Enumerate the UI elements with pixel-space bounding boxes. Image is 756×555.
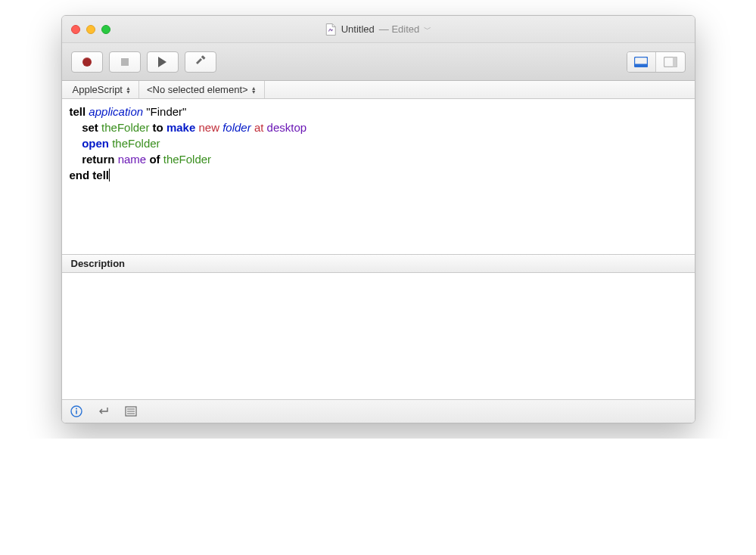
- code-token: application: [89, 105, 143, 118]
- code-token: theFolder: [112, 137, 160, 150]
- element-selector[interactable]: <No selected element> ▲▼: [139, 81, 265, 98]
- document-icon: [325, 23, 337, 36]
- titlebar: Untitled — Edited ﹀: [62, 16, 695, 43]
- view-mode-segmented: [627, 51, 686, 73]
- element-selector-label: <No selected element>: [147, 84, 248, 95]
- run-button[interactable]: [147, 51, 179, 73]
- window-title[interactable]: Untitled — Edited ﹀: [325, 23, 432, 36]
- toolbar: [62, 43, 695, 81]
- code-token: name: [118, 153, 147, 166]
- script-editor-window: Untitled — Edited ﹀: [61, 15, 695, 423]
- description-body[interactable]: [62, 273, 695, 400]
- document-name: Untitled: [341, 23, 375, 35]
- code-token: of: [149, 153, 160, 166]
- view-mode-editor-button[interactable]: [627, 52, 656, 72]
- hammer-icon: [194, 54, 207, 70]
- updown-icon: ▲▼: [126, 86, 131, 94]
- code-token: tell: [70, 105, 86, 118]
- svg-rect-0: [201, 55, 205, 60]
- description-header[interactable]: Description: [62, 255, 695, 273]
- list-icon[interactable]: [124, 405, 138, 418]
- editor-view-icon: [634, 57, 648, 67]
- info-icon[interactable]: [70, 405, 83, 418]
- language-selector[interactable]: AppleScript ▲▼: [62, 81, 139, 98]
- minimize-window-button[interactable]: [86, 25, 95, 34]
- code-token: end tell: [70, 169, 110, 181]
- svg-rect-7: [76, 411, 77, 414]
- svg-point-6: [76, 408, 77, 410]
- close-window-button[interactable]: [71, 25, 80, 34]
- code-token: return: [82, 153, 114, 166]
- text-cursor: [109, 169, 110, 181]
- record-icon: [82, 57, 92, 67]
- code-token: desktop: [267, 121, 307, 134]
- svg-rect-4: [673, 57, 677, 67]
- script-editor-area[interactable]: tell application "Finder" set theFolder …: [62, 99, 695, 255]
- code-token: theFolder: [163, 153, 211, 166]
- document-edited-indicator: — Edited: [379, 23, 419, 35]
- description-label: Description: [71, 258, 126, 269]
- code-token: "Finder": [146, 105, 186, 118]
- code-token: folder: [222, 121, 251, 134]
- code-token: theFolder: [101, 121, 149, 134]
- record-button[interactable]: [71, 51, 103, 73]
- code-token: new: [198, 121, 219, 134]
- play-icon: [158, 57, 166, 67]
- language-selector-label: AppleScript: [73, 84, 123, 95]
- compile-button[interactable]: [185, 51, 216, 73]
- chevron-down-icon: ﹀: [424, 24, 431, 35]
- traffic-lights: [62, 25, 110, 34]
- updown-icon: ▲▼: [251, 86, 257, 94]
- stop-icon: [121, 58, 129, 66]
- zoom-window-button[interactable]: [101, 25, 110, 34]
- code-token: to: [153, 121, 163, 134]
- status-bar: [62, 400, 695, 423]
- return-arrow-icon[interactable]: [97, 405, 110, 418]
- split-view-icon: [664, 57, 677, 67]
- svg-rect-2: [635, 64, 648, 67]
- code-token: open: [82, 137, 109, 150]
- code-token: at: [254, 121, 264, 134]
- navigation-bar: AppleScript ▲▼ <No selected element> ▲▼: [62, 81, 695, 99]
- code-token: make: [166, 121, 195, 134]
- code-token: set: [82, 121, 98, 134]
- view-mode-split-button[interactable]: [656, 52, 685, 72]
- stop-button[interactable]: [109, 51, 141, 73]
